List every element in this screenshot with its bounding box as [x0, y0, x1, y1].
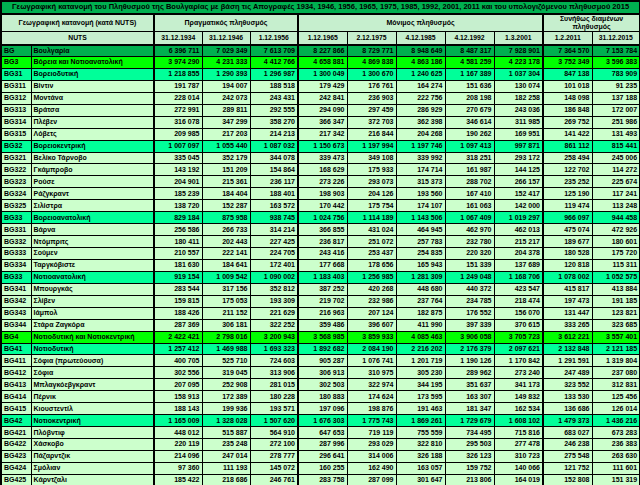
population-value-cell: 245 006 [592, 152, 640, 164]
population-value-cell: 1 240 625 [396, 68, 445, 80]
population-value-cell: 162 534 [494, 403, 543, 415]
table-row: BG412Σόφια302 556319 045313 906306 91331… [1, 367, 640, 379]
region-name-cell: Νοτιοανατολική [31, 271, 154, 283]
population-value-cell: 683 027 [543, 427, 592, 439]
table-row: BG411Σόφια (πρωτεύουσα)400 705525 710724… [1, 355, 640, 367]
nuts-code-cell: BG422 [1, 439, 31, 451]
population-value-cell: 217 342 [298, 128, 347, 140]
population-value-cell: 164 274 [396, 80, 445, 92]
region-name-cell: Νοτιοδυτική και Νοτιοκεντρική [31, 331, 154, 343]
population-value-cell: 111 601 [592, 462, 640, 474]
population-value-cell: 305 230 [396, 367, 445, 379]
region-name-cell: Ράζγκραντ [31, 188, 154, 200]
population-value-cell: 160 255 [298, 462, 347, 474]
population-value-cell: 347 299 [202, 116, 250, 128]
population-value-cell: 119 474 [543, 200, 592, 212]
population-value-cell: 163 572 [250, 200, 298, 212]
header-census-date: 31.12.2015 [592, 32, 640, 45]
population-value-cell: 358 270 [250, 116, 298, 128]
table-row: BG423Πάζαρντζικ214 096247 014278 777296 … [1, 450, 640, 462]
population-distribution-sheet: Γεωγραφική κατανομή του Πληθυσμού της Βο… [0, 0, 640, 485]
population-value-cell: 2 084 190 [347, 343, 396, 355]
population-value-cell: 172 401 [250, 259, 298, 271]
population-value-cell: 1 300 049 [298, 68, 347, 80]
population-value-cell: 1 055 440 [202, 140, 250, 152]
nuts-code-cell: BG313 [1, 104, 31, 116]
population-value-cell: 141 422 [543, 128, 592, 140]
population-value-cell: 413 884 [592, 283, 640, 295]
region-name-cell: Βουλγαρία [31, 45, 154, 57]
population-value-cell: 202 443 [202, 236, 250, 248]
nuts-code-cell: BG323 [1, 176, 31, 188]
population-value-cell: 1 291 591 [543, 355, 592, 367]
population-value-cell: 359 486 [298, 319, 347, 331]
nuts-code-cell: BG413 [1, 379, 31, 391]
population-value-cell: 232 780 [445, 236, 494, 248]
region-name-cell: Μπουργκάς [31, 283, 154, 295]
population-value-cell: 294 090 [298, 104, 347, 116]
population-value-cell: 8 948 649 [396, 45, 445, 57]
population-value-cell: 1 037 304 [494, 68, 543, 80]
population-value-cell: 283 758 [298, 474, 347, 485]
population-value-cell: 197 473 [543, 295, 592, 307]
population-value-cell: 152 417 [494, 188, 543, 200]
population-value-cell: 214 213 [250, 128, 298, 140]
population-value-cell: 220 119 [154, 439, 202, 451]
population-value-cell: 287 369 [154, 319, 202, 331]
population-value-cell: 306 913 [298, 367, 347, 379]
population-value-cell: 295 503 [445, 439, 494, 451]
population-value-cell: 1 256 985 [347, 271, 396, 283]
population-value-cell: 8 227 866 [298, 45, 347, 57]
population-value-cell: 293 172 [494, 152, 543, 164]
population-value-cell: 1 150 673 [298, 140, 347, 152]
population-value-cell: 114 272 [592, 164, 640, 176]
population-value-cell: 177 668 [298, 259, 347, 271]
population-value-cell: 156 070 [494, 307, 543, 319]
population-value-cell: 292 555 [250, 104, 298, 116]
nuts-code-cell: BG414 [1, 391, 31, 403]
region-name-cell: Ταργκόβιστε [31, 259, 154, 271]
nuts-code-cell: BG424 [1, 462, 31, 474]
population-value-cell: 1 143 506 [396, 212, 445, 224]
population-value-cell: 236 817 [298, 236, 347, 248]
population-value-cell: 236 903 [347, 92, 396, 104]
population-value-cell: 7 928 901 [494, 45, 543, 57]
population-value-cell: 207 124 [347, 307, 396, 319]
region-name-cell: Σόφια (πρωτεύουσα) [31, 355, 154, 367]
group-header-row: Γεωγραφική κατανομή (κατά NUTS) Πραγματι… [1, 14, 640, 32]
population-value-cell: 176 552 [445, 307, 494, 319]
population-value-cell: 315 373 [396, 176, 445, 188]
nuts-code-cell: BG331 [1, 224, 31, 236]
header-census-date: 1.2.2011 [543, 32, 592, 45]
population-value-cell: 151 209 [202, 164, 250, 176]
population-value-cell: 289 962 [445, 367, 494, 379]
population-value-cell: 222 756 [396, 92, 445, 104]
population-value-cell: 111 193 [202, 462, 250, 474]
nuts-code-cell: BG333 [1, 248, 31, 260]
population-value-cell: 117 241 [592, 188, 640, 200]
region-name-cell: Σόφια [31, 367, 154, 379]
population-value-cell: 366 855 [298, 224, 347, 236]
population-value-cell: 2 176 379 [445, 343, 494, 355]
population-value-cell: 242 073 [202, 92, 250, 104]
census-dates-row: NUTS 31.12.193431.12.19461.12.19561.12.1… [1, 32, 640, 45]
population-value-cell: 297 459 [347, 104, 396, 116]
population-value-cell: 719 119 [347, 427, 396, 439]
population-value-cell: 169 951 [494, 128, 543, 140]
population-value-cell: 193 560 [396, 188, 445, 200]
population-value-cell: 1 167 389 [445, 68, 494, 80]
population-value-cell: 172 389 [202, 391, 250, 403]
population-value-cell: 370 615 [494, 319, 543, 331]
population-value-cell: 140 066 [494, 462, 543, 474]
population-value-cell: 275 548 [543, 450, 592, 462]
header-nuts: NUTS [1, 32, 154, 45]
population-value-cell: 302 556 [154, 367, 202, 379]
population-value-cell: 151 636 [445, 80, 494, 92]
population-value-cell: 1 436 216 [592, 415, 640, 427]
population-value-cell: 101 018 [543, 80, 592, 92]
population-value-cell: 218 474 [494, 295, 543, 307]
population-value-cell: 875 958 [202, 212, 250, 224]
population-value-cell: 1 087 032 [250, 140, 298, 152]
table-row: BG31Βορειοδυτική1 218 8551 290 3931 296 … [1, 68, 640, 80]
population-value-cell: 142 000 [494, 200, 543, 212]
